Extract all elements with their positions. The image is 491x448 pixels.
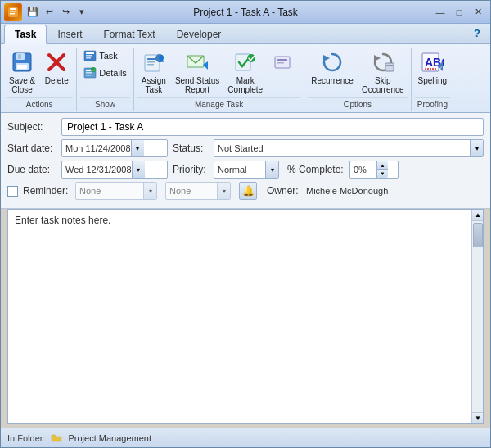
mark-complete-button[interactable]: MarkComplete — [224, 48, 266, 96]
priority-label: Priority: — [173, 164, 209, 175]
svg-text:👤: 👤 — [157, 54, 165, 62]
spinner-buttons: ▲ ▼ — [376, 161, 388, 178]
subject-input[interactable] — [61, 118, 484, 136]
save-close-button[interactable]: Save &Close — [6, 48, 38, 96]
details-show-button[interactable]: ✓ Details — [80, 65, 130, 81]
maximize-button[interactable]: □ — [450, 4, 468, 20]
manage-group-label: Manage Task — [137, 97, 300, 109]
ribbon-group-show: Task ✓ — [77, 48, 134, 111]
ribbon-group-actions: Save &Close Delete Actions — [2, 48, 77, 111]
mark-complete-label: MarkComplete — [227, 76, 263, 94]
actions-group-label: Actions — [6, 97, 73, 109]
recurrence-label: Recurrence — [311, 76, 354, 86]
save-close-label: Save &Close — [9, 76, 35, 94]
reminder-date-arrow[interactable]: ▾ — [143, 183, 156, 199]
owner-label: Owner: — [267, 185, 301, 197]
delete-icon — [43, 49, 70, 75]
reminder-time-value: None — [169, 186, 217, 196]
reminder-sound-icon: 🔔 — [242, 185, 255, 197]
show-stack: Task ✓ — [80, 48, 130, 81]
actions-group-items: Save &Close Delete — [6, 48, 73, 96]
extra-manage-button[interactable] — [268, 48, 300, 78]
start-date-value: Mon 11/24/2008 — [65, 143, 131, 153]
due-date-label: Due date: — [7, 164, 56, 175]
recurrence-button[interactable]: Recurrence — [308, 48, 357, 88]
reminder-date-value: None — [79, 186, 143, 196]
start-date-arrow[interactable]: ▾ — [131, 140, 144, 156]
scrollbar[interactable]: ▲ ▼ — [471, 210, 483, 423]
folder-icon — [50, 432, 63, 445]
options-group-items: Recurrence SkipOccurrence — [308, 48, 407, 96]
window-title: Project 1 - Task A - Task — [193, 7, 298, 18]
tab-task[interactable]: Task — [4, 25, 47, 44]
redo-btn[interactable]: ↪ — [58, 5, 73, 20]
main-content: Subject: Start date: Mon 11/24/2008 ▾ St… — [1, 113, 490, 447]
svg-rect-18 — [86, 75, 91, 76]
svg-text:✓: ✓ — [439, 66, 443, 70]
scroll-down-arrow[interactable]: ▼ — [472, 412, 484, 423]
skip-occurrence-icon — [370, 49, 396, 75]
spinner-down[interactable]: ▼ — [376, 170, 388, 178]
delete-button[interactable]: Delete — [40, 48, 73, 88]
ribbon-tab-bar: Task Insert Format Text Developer ? — [1, 24, 490, 44]
task-show-button[interactable]: Task — [80, 48, 130, 64]
main-window: 💾 ↩ ↪ ▾ Project 1 - Task A - Task — □ ✕ … — [0, 0, 491, 448]
send-status-icon — [184, 49, 210, 75]
svg-rect-1 — [10, 11, 16, 12]
minimize-button[interactable]: — — [431, 4, 449, 20]
reminder-time-arrow[interactable]: ▾ — [217, 183, 230, 199]
extra-manage-icon — [271, 49, 297, 75]
reminder-time-select[interactable]: None ▾ — [165, 182, 231, 200]
svg-rect-36 — [385, 63, 394, 71]
owner-value: Michele McDonough — [306, 186, 388, 196]
start-date-input[interactable]: Mon 11/24/2008 ▾ — [61, 139, 168, 157]
spinner-up[interactable]: ▲ — [376, 161, 388, 170]
reminder-checkbox[interactable] — [7, 186, 18, 197]
due-date-input[interactable]: Wed 12/31/2008 ▾ — [61, 161, 168, 179]
svg-rect-23 — [147, 61, 155, 63]
send-status-button[interactable]: Send StatusReport — [172, 48, 223, 96]
in-folder-label: In Folder: — [7, 433, 45, 443]
save-quick-btn[interactable]: 💾 — [25, 5, 40, 20]
undo-btn[interactable]: ↩ — [42, 5, 56, 20]
status-select[interactable]: Not Started ▾ — [214, 139, 484, 157]
due-date-arrow[interactable]: ▾ — [132, 161, 145, 178]
skip-occurrence-button[interactable]: SkipOccurrence — [358, 48, 408, 96]
svg-rect-8 — [17, 65, 27, 69]
ribbon-content: Save &Close Delete Actions — [1, 44, 490, 112]
reminder-date-select[interactable]: None ▾ — [75, 182, 157, 200]
svg-marker-35 — [374, 55, 381, 61]
assign-task-button[interactable]: 👤 AssignTask — [137, 48, 170, 96]
app-icon — [4, 3, 22, 21]
notes-textarea[interactable]: Enter task notes here. — [8, 210, 471, 423]
ribbon-group-options: Recurrence SkipOccurrence — [304, 48, 411, 111]
help-button[interactable]: ? — [467, 24, 487, 43]
window-controls: — □ ✕ — [431, 4, 487, 20]
ribbon-group-manage: 👤 AssignTask Send — [134, 48, 304, 111]
scroll-up-arrow[interactable]: ▲ — [472, 210, 484, 221]
close-button[interactable]: ✕ — [469, 4, 487, 20]
priority-select[interactable]: Normal ▾ — [214, 161, 279, 179]
scroll-thumb[interactable] — [473, 223, 483, 247]
spelling-button[interactable]: ABC ✓ Spelling — [415, 48, 451, 88]
reminder-label: Reminder: — [23, 185, 70, 197]
ribbon: Task Insert Format Text Developer ? — [1, 24, 490, 113]
quick-access-toolbar: 💾 ↩ ↪ ▾ — [25, 5, 89, 20]
priority-arrow[interactable]: ▾ — [265, 161, 278, 178]
title-bar: 💾 ↩ ↪ ▾ Project 1 - Task A - Task — □ ✕ — [1, 1, 490, 24]
reminder-sound-button[interactable]: 🔔 — [239, 182, 257, 200]
show-group-items: Task ✓ — [80, 48, 130, 96]
quick-access-dropdown[interactable]: ▾ — [74, 5, 89, 20]
details-show-icon: ✓ — [83, 66, 97, 79]
percent-complete-spinner[interactable]: 0% ▲ ▼ — [349, 161, 399, 179]
svg-rect-3 — [10, 8, 16, 10]
tab-insert[interactable]: Insert — [47, 25, 92, 44]
subject-label: Subject: — [7, 121, 56, 133]
date-status-row: Start date: Mon 11/24/2008 ▾ Status: Not… — [7, 139, 484, 157]
proofing-group-items: ABC ✓ Spelling — [415, 48, 451, 96]
status-arrow[interactable]: ▾ — [470, 140, 483, 156]
tab-format-text[interactable]: Format Text — [92, 25, 165, 44]
task-show-label: Task — [99, 51, 118, 61]
recurrence-icon — [319, 49, 345, 75]
tab-developer[interactable]: Developer — [166, 25, 232, 44]
